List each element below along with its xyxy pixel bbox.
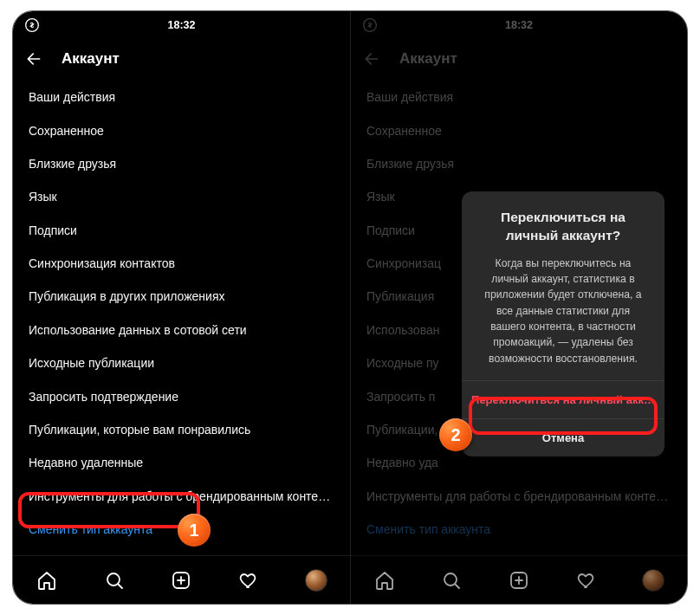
- settings-item[interactable]: Запросить подтверждение: [13, 379, 350, 412]
- heart-icon[interactable]: [237, 569, 260, 592]
- phone-right: 18:32 Аккаунт Ваши действияСохраненноеБл…: [350, 11, 687, 604]
- settings-item[interactable]: Ваши действия: [13, 81, 350, 113]
- settings-item[interactable]: Исходные публикации: [13, 346, 350, 379]
- settings-item[interactable]: Публикация в других приложениях: [13, 280, 350, 313]
- search-icon[interactable]: [103, 569, 126, 592]
- settings-item[interactable]: Сохраненное: [13, 113, 350, 146]
- settings-item[interactable]: Инструменты для работы с брендированным …: [13, 480, 350, 513]
- status-bar: 18:32: [13, 11, 350, 39]
- step-badge-1: 1: [178, 514, 211, 547]
- dialog-title: Переключиться на личный аккаунт?: [462, 191, 664, 252]
- settings-item[interactable]: Близкие друзья: [13, 147, 350, 180]
- svg-point-0: [26, 19, 39, 32]
- settings-list[interactable]: Ваши действияСохраненноеБлизкие друзьяЯз…: [13, 79, 350, 555]
- settings-item[interactable]: Публикации, которые вам понравились: [13, 413, 350, 446]
- clock: 18:32: [168, 19, 196, 31]
- settings-item[interactable]: Подписи: [13, 214, 350, 247]
- dialog-body: Когда вы переключитесь на личный аккаунт…: [462, 252, 664, 380]
- step-badge-2: 2: [439, 418, 472, 451]
- settings-item[interactable]: Синхронизация контактов: [13, 247, 350, 280]
- header: Аккаунт: [13, 39, 350, 79]
- settings-item[interactable]: Использование данных в сотовой сети: [13, 314, 350, 346]
- dialog-cancel-button[interactable]: Отмена: [462, 418, 664, 456]
- profile-avatar[interactable]: [305, 569, 327, 592]
- back-arrow-icon[interactable]: [25, 50, 42, 68]
- settings-item[interactable]: Добавить новый профессиональный аккаунт: [13, 546, 350, 555]
- shazam-icon: [25, 18, 39, 32]
- home-icon[interactable]: [36, 569, 58, 592]
- confirm-dialog: Переключиться на личный аккаунт? Когда в…: [462, 191, 664, 456]
- phone-left: 18:32 Аккаунт Ваши действияСохраненноеБл…: [13, 11, 350, 604]
- add-post-icon[interactable]: [170, 569, 192, 592]
- dialog-confirm-button[interactable]: Переключиться на личный акк…: [462, 380, 664, 418]
- bottom-nav: [13, 555, 350, 604]
- page-title: Аккаунт: [62, 50, 120, 68]
- settings-item[interactable]: Язык: [13, 180, 350, 213]
- settings-item[interactable]: Недавно удаленные: [13, 446, 350, 479]
